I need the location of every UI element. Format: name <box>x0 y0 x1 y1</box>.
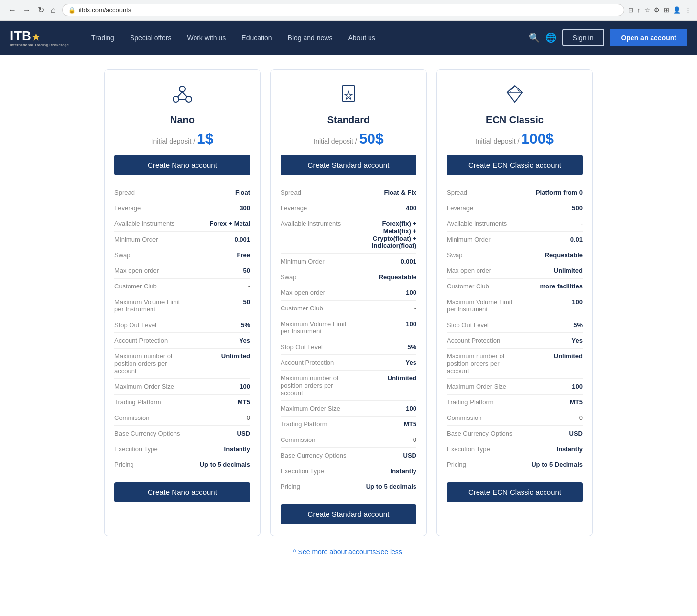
nano-create-button-top[interactable]: Create Nano account <box>114 155 250 175</box>
nano-create-button-bottom[interactable]: Create Nano account <box>114 482 250 502</box>
signin-button[interactable]: Sign in <box>562 29 605 46</box>
spec-value: 0 <box>355 436 416 443</box>
spec-label: Maximum Volume Limit per Instrument <box>114 298 189 313</box>
spec-row: Maximum number of position orders per ac… <box>114 349 250 379</box>
share-icon[interactable]: ↑ <box>637 6 641 14</box>
spec-label: Commission <box>281 436 355 443</box>
menu-icon[interactable]: ⋮ <box>685 6 691 14</box>
spec-row: Base Currency OptionsUSD <box>447 426 583 441</box>
signup-button[interactable]: Open an account <box>610 29 687 46</box>
spec-value: 5% <box>189 321 250 329</box>
spec-value: 0.001 <box>355 258 416 265</box>
spec-label: Spread <box>447 189 522 196</box>
cast-icon[interactable]: ⊡ <box>628 6 633 14</box>
home-button[interactable]: ⌂ <box>48 4 58 16</box>
spec-label: Trading Platform <box>447 398 522 406</box>
spec-value: - <box>189 283 250 290</box>
ecn-classic-icon <box>447 82 583 110</box>
nav-special-offers[interactable]: Special offers <box>122 21 179 55</box>
grid-icon[interactable]: ⊞ <box>664 6 669 14</box>
spec-label: Minimum Order <box>447 236 522 243</box>
spec-label: Commission <box>447 414 522 421</box>
spec-label: Maximum Order Size <box>114 383 189 390</box>
ecn-classic-create-button-top[interactable]: Create ECN Classic account <box>447 155 583 175</box>
spec-label: Swap <box>447 251 522 259</box>
address-bar[interactable]: 🔒 itbfx.com/accounts <box>62 4 624 16</box>
spec-value: Up to 5 decimals <box>189 461 250 468</box>
spec-value: Instantly <box>522 445 583 453</box>
spec-row: Execution TypeInstantly <box>447 441 583 457</box>
nav-links: Trading Special offers Work with us Educ… <box>84 21 529 55</box>
spec-value: Up to 5 decimals <box>355 483 416 490</box>
spec-label: Execution Type <box>447 445 522 453</box>
ecn-classic-create-button-bottom[interactable]: Create ECN Classic account <box>447 482 583 502</box>
spec-label: Commission <box>114 414 189 421</box>
extension-icon[interactable]: ⚙ <box>654 6 660 14</box>
nav-blog-and-news[interactable]: Blog and news <box>280 21 341 55</box>
spec-row: Max open order50 <box>114 263 250 279</box>
spec-value: 100 <box>355 320 416 328</box>
spec-label: Max open order <box>114 267 189 274</box>
standard-title: Standard <box>281 114 416 126</box>
bookmark-icon[interactable]: ☆ <box>644 6 650 14</box>
back-button[interactable]: ← <box>6 4 19 16</box>
spec-label: Max open order <box>447 267 522 274</box>
spec-value: 50 <box>189 267 250 274</box>
spec-row: Customer Clubmore facilities <box>447 279 583 294</box>
refresh-button[interactable]: ↻ <box>35 4 46 16</box>
browser-nav[interactable]: ← → ↻ ⌂ <box>6 4 58 16</box>
spec-row: Available instruments- <box>447 216 583 232</box>
see-more-link[interactable]: ^ See more about accountsSee less <box>10 548 687 556</box>
spec-label: Maximum number of position orders per ac… <box>447 352 522 374</box>
search-icon[interactable]: 🔍 <box>529 32 540 43</box>
spec-row: Stop Out Level5% <box>447 317 583 333</box>
spec-label: Customer Club <box>281 305 355 312</box>
nav-about-us[interactable]: About us <box>340 21 383 55</box>
spec-label: Leverage <box>114 204 189 212</box>
spec-row: Customer Club- <box>114 279 250 294</box>
nav-trading[interactable]: Trading <box>84 21 122 55</box>
spec-row: Maximum Volume Limit per Instrument100 <box>447 294 583 317</box>
spec-value: Yes <box>355 359 416 366</box>
spec-value: 500 <box>522 204 583 212</box>
spec-row: Maximum number of position orders per ac… <box>281 371 416 401</box>
spec-row: Maximum Order Size100 <box>114 379 250 395</box>
spec-row: Commission0 <box>447 410 583 426</box>
ecn-classic-title: ECN Classic <box>447 114 583 126</box>
spec-value: 50 <box>189 298 250 306</box>
spec-label: Execution Type <box>281 467 355 475</box>
spec-label: Base Currency Options <box>447 430 522 437</box>
spec-row: SwapRequestable <box>281 269 416 285</box>
forward-button[interactable]: → <box>21 4 33 16</box>
logo[interactable]: ITB★ International Trading Brokerage <box>10 28 69 47</box>
spec-value: 5% <box>522 321 583 329</box>
spec-row: Stop Out Level5% <box>114 317 250 333</box>
spec-row: Trading PlatformMT5 <box>447 395 583 410</box>
nav-education[interactable]: Education <box>234 21 280 55</box>
spec-value: 400 <box>355 204 416 212</box>
spec-row: Account ProtectionYes <box>447 333 583 349</box>
nav-actions: 🔍 🌐 Sign in Open an account <box>529 29 687 46</box>
spec-row: Minimum Order0.01 <box>447 232 583 247</box>
standard-create-button-bottom[interactable]: Create Standard account <box>281 504 416 524</box>
spec-value: - <box>355 305 416 312</box>
spec-row: Available instrumentsForex + Metal <box>114 216 250 232</box>
profile-icon[interactable]: 👤 <box>673 6 681 14</box>
navbar: ITB★ International Trading Brokerage Tra… <box>0 21 697 55</box>
spec-row: PricingUp to 5 decimals <box>114 457 250 472</box>
spec-label: Pricing <box>447 461 522 468</box>
spec-row: SwapRequestable <box>447 247 583 263</box>
standard-create-button-top[interactable]: Create Standard account <box>281 155 416 175</box>
url-text: itbfx.com/accounts <box>79 6 131 14</box>
spec-row: Customer Club- <box>281 301 416 316</box>
spec-value: more facilities <box>522 283 583 290</box>
spec-label: Available instruments <box>281 220 355 227</box>
globe-icon[interactable]: 🌐 <box>545 32 556 43</box>
spec-value: USD <box>355 452 416 459</box>
spec-row: Account ProtectionYes <box>114 333 250 349</box>
spec-value: 5% <box>355 343 416 351</box>
nav-work-with-us[interactable]: Work with us <box>179 21 234 55</box>
spec-row: PricingUp to 5 decimals <box>281 479 416 494</box>
spec-value: Instantly <box>189 445 250 453</box>
spec-row: Account ProtectionYes <box>281 355 416 371</box>
